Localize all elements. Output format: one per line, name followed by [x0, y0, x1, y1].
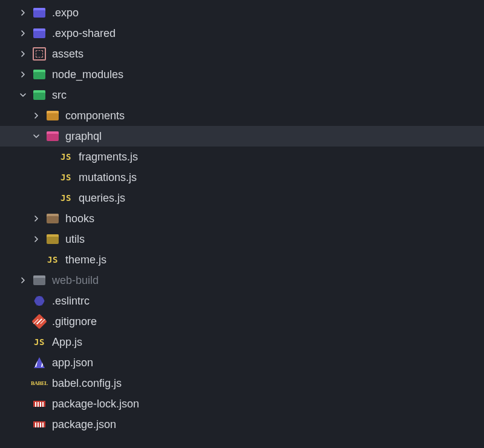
chevron-placeholder — [17, 414, 29, 435]
js-icon: JS — [59, 171, 73, 184]
chevron-placeholder — [17, 332, 29, 352]
js-icon: JS — [46, 253, 59, 266]
chevron-down-icon[interactable] — [17, 85, 29, 105]
folder-icon — [33, 88, 46, 102]
file-row[interactable]: package.json — [0, 414, 484, 435]
file-label: queries.js — [79, 188, 125, 208]
file-tree[interactable]: .expo.expo-sharedassetsnode_modulessrcco… — [0, 0, 484, 435]
chevron-right-icon[interactable] — [17, 2, 29, 23]
file-label: fragments.js — [79, 147, 138, 167]
chevron-placeholder — [17, 352, 29, 373]
file-label: .eslintrc — [52, 291, 90, 311]
file-row[interactable]: app.json — [0, 352, 484, 373]
folder-icon — [33, 27, 46, 40]
folder-icon — [33, 274, 46, 287]
chevron-right-icon[interactable] — [17, 64, 29, 85]
eslint-icon — [33, 294, 46, 308]
folder-label: web-build — [52, 270, 99, 291]
chevron-placeholder — [30, 249, 42, 270]
file-label: package.json — [52, 414, 116, 435]
folder-icon — [46, 212, 59, 225]
folder-row[interactable]: web-build — [0, 270, 484, 291]
folder-label: components — [65, 105, 125, 126]
chevron-placeholder — [44, 188, 56, 208]
folder-label: .expo-shared — [52, 23, 116, 44]
chevron-placeholder — [17, 291, 29, 311]
folder-row[interactable]: hooks — [0, 208, 484, 229]
chevron-placeholder — [17, 373, 29, 394]
chevron-right-icon[interactable] — [17, 23, 29, 44]
js-icon: JS — [33, 335, 46, 349]
folder-label: hooks — [65, 208, 94, 229]
file-row[interactable]: JSApp.js — [0, 332, 484, 352]
folder-label: src — [52, 85, 67, 105]
assets-folder-icon — [33, 47, 46, 61]
folder-row[interactable]: node_modules — [0, 64, 484, 85]
chevron-right-icon[interactable] — [17, 270, 29, 291]
chevron-placeholder — [17, 311, 29, 332]
file-row[interactable]: .eslintrc — [0, 291, 484, 311]
file-label: theme.js — [65, 249, 106, 270]
chevron-placeholder — [44, 167, 56, 188]
file-label: app.json — [52, 352, 93, 373]
babel-icon: BABEL — [33, 377, 46, 390]
js-icon: JS — [59, 191, 73, 205]
chevron-down-icon[interactable] — [30, 126, 42, 147]
folder-row[interactable]: .expo-shared — [0, 23, 484, 44]
folder-row[interactable]: components — [0, 105, 484, 126]
chevron-right-icon[interactable] — [30, 105, 42, 126]
folder-label: .expo — [52, 2, 79, 23]
chevron-right-icon[interactable] — [30, 208, 42, 229]
folder-row[interactable]: assets — [0, 44, 484, 64]
chevron-placeholder — [17, 394, 29, 414]
file-label: package-lock.json — [52, 394, 139, 414]
chevron-right-icon[interactable] — [17, 44, 29, 64]
js-icon: JS — [59, 150, 73, 163]
file-label: mutations.js — [79, 167, 137, 188]
chevron-placeholder — [44, 147, 56, 167]
folder-label: graphql — [65, 126, 102, 147]
folder-row[interactable]: graphql — [0, 126, 484, 147]
file-row[interactable]: JStheme.js — [0, 249, 484, 270]
folder-icon — [33, 68, 46, 81]
file-row[interactable]: JSmutations.js — [0, 167, 484, 188]
file-label: App.js — [52, 332, 82, 352]
git-icon — [33, 315, 46, 328]
file-row[interactable]: package-lock.json — [0, 394, 484, 414]
folder-label: node_modules — [52, 64, 123, 85]
file-row[interactable]: JSfragments.js — [0, 147, 484, 167]
folder-row[interactable]: src — [0, 85, 484, 105]
file-row[interactable]: BABELbabel.config.js — [0, 373, 484, 394]
file-row[interactable]: JSqueries.js — [0, 188, 484, 208]
folder-row[interactable]: utils — [0, 229, 484, 249]
file-row[interactable]: .gitignore — [0, 311, 484, 332]
folder-icon — [46, 232, 59, 246]
folder-icon — [46, 109, 59, 122]
folder-label: assets — [52, 44, 83, 64]
npm-icon — [33, 418, 46, 431]
folder-row[interactable]: .expo — [0, 2, 484, 23]
expo-icon — [33, 356, 46, 369]
file-label: babel.config.js — [52, 373, 122, 394]
folder-icon — [46, 130, 59, 143]
folder-label: utils — [65, 229, 85, 249]
folder-icon — [33, 6, 46, 19]
file-label: .gitignore — [52, 311, 97, 332]
chevron-right-icon[interactable] — [30, 229, 42, 249]
npm-icon — [33, 397, 46, 410]
